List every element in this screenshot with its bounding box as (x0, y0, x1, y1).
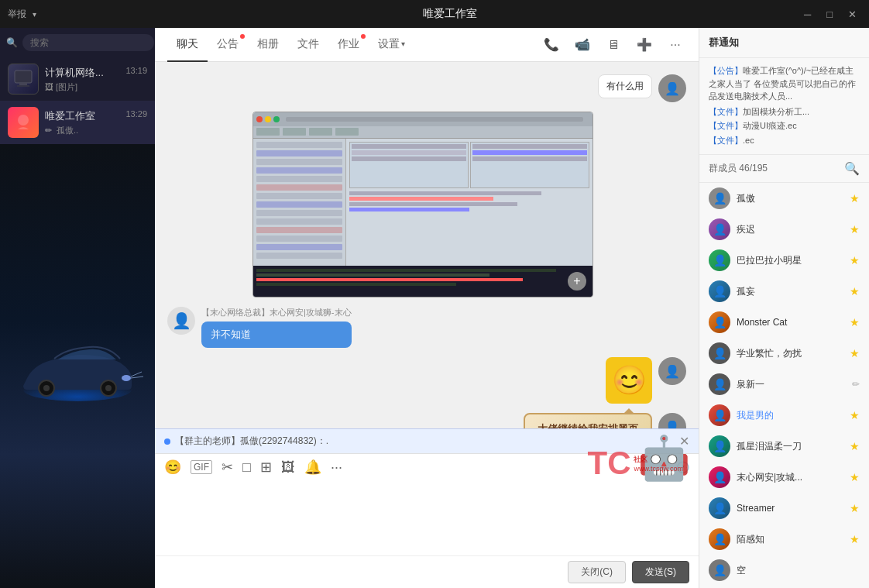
minimize-button[interactable]: ─ (799, 7, 816, 22)
member-star: ★ (850, 502, 860, 514)
member-avatar: 👤 (709, 342, 730, 364)
file-link-1[interactable]: 【文件】 (709, 107, 743, 116)
member-item[interactable]: 👤 巴拉巴拉小明星 ★ (699, 245, 869, 276)
member-item[interactable]: 👤 我是男的 ★ (699, 400, 869, 431)
video-icon[interactable]: 📹 (572, 34, 593, 56)
member-star: ★ (850, 192, 860, 205)
member-avatar: 👤 (709, 559, 730, 581)
member-avatar: 👤 (709, 435, 730, 457)
tc-url: www.tcsqw.com (634, 465, 683, 473)
tab-settings[interactable]: 设置 ▾ (369, 28, 414, 62)
member-item[interactable]: 👤 泉新一 ✏ (699, 369, 869, 400)
member-item[interactable]: 👤 孤星泪温柔一刀 ★ (699, 431, 869, 462)
member-item[interactable]: 👤 疾迟 ★ (699, 214, 869, 245)
message-bubble: 并不知道 (201, 322, 352, 348)
maximize-button[interactable]: □ (822, 7, 837, 22)
member-name: 巴拉巴拉小明星 (737, 254, 843, 267)
svg-line-6 (131, 372, 142, 377)
tab-notice[interactable]: 公告 (208, 28, 248, 62)
tab-chat[interactable]: 聊天 (167, 28, 208, 62)
svg-rect-0 (15, 70, 32, 83)
phone-icon[interactable]: 📞 (541, 34, 562, 56)
messages-area: 有什么用 👤 (155, 62, 699, 428)
background-image (0, 144, 155, 588)
close-button[interactable]: ✕ (843, 7, 861, 22)
svg-rect-1 (19, 83, 27, 85)
bell-icon[interactable]: 🔔 (304, 459, 321, 476)
member-name: 我是男的 (737, 409, 843, 422)
member-name: 孤妄 (737, 285, 843, 298)
chat-item[interactable]: 计算机网络... 13:19 🖼 [图片] (0, 57, 155, 101)
add-member-icon[interactable]: ➕ (634, 34, 655, 56)
members-count: 群成员 46/195 (709, 162, 768, 175)
member-avatar: 👤 (709, 280, 730, 302)
screen-share-icon[interactable]: 🖥 (603, 34, 624, 56)
grid-icon[interactable]: ⊞ (260, 459, 272, 476)
svg-rect-2 (17, 85, 29, 87)
member-item[interactable]: 👤 孤妄 ★ (699, 276, 869, 307)
group-notice-header: 群通知 (699, 28, 869, 58)
member-star: ★ (850, 471, 860, 483)
notice-badge (240, 34, 245, 39)
member-name: 孤星泪温柔一刀 (737, 440, 843, 453)
search-input[interactable] (22, 34, 154, 51)
member-list: 👤 孤傲 ★ 👤 疾迟 ★ 👤 巴拉巴拉小明星 ★ 👤 孤妄 ★ 👤 (699, 183, 869, 586)
tab-album[interactable]: 相册 (248, 28, 288, 62)
chat-input[interactable] (164, 487, 689, 521)
clipboard-icon[interactable]: □ (242, 459, 251, 476)
more-icon[interactable]: ··· (665, 34, 686, 56)
avatar: 👤 (658, 413, 686, 428)
notify-text: 【群主的老师】孤傲(2292744832)：. (175, 435, 328, 448)
add-image-button[interactable]: + (568, 272, 586, 291)
member-star: ★ (850, 254, 860, 266)
member-avatar: 👤 (709, 187, 730, 209)
chat-info: 计算机网络... 13:19 🖼 [图片] (45, 66, 147, 93)
send-button[interactable]: 发送(S) (632, 561, 689, 583)
file-link-3[interactable]: 【文件】 (709, 136, 743, 145)
image-icon[interactable]: 🖼 (281, 459, 295, 476)
chat-info: 唯爱工作室 13:29 ✏ 孤傲.. (45, 109, 147, 136)
more-toolbar-icon[interactable]: ··· (331, 459, 342, 476)
member-name: 末心网安|攻城... (737, 471, 843, 484)
file-link-2[interactable]: 【文件】 (709, 121, 743, 130)
member-avatar: 👤 (709, 497, 730, 519)
member-item-streamer[interactable]: 👤 Streamer ★ (699, 493, 869, 524)
member-avatar: 👤 (709, 404, 730, 426)
member-avatar: 👤 (709, 218, 730, 240)
member-star: ★ (850, 409, 860, 421)
member-star: ★ (850, 285, 860, 297)
member-name: Streamer (737, 503, 843, 514)
member-item[interactable]: 👤 空 (699, 555, 869, 586)
member-item[interactable]: 👤 陌感知 ★ (699, 524, 869, 555)
styled-bubble: 大佬继续给我安排黑页 (524, 413, 652, 428)
chevron-down-icon[interactable]: ▾ (33, 10, 36, 19)
edit-icon[interactable]: ✏ (852, 379, 860, 390)
members-search-button[interactable]: 🔍 (844, 161, 860, 176)
tab-files[interactable]: 文件 (288, 28, 328, 62)
group-notice: 【公告】唯爱工作室(^o^)/~已经在咸主之家人当了 各位赞成员可以把自己的作品… (699, 58, 869, 155)
gif-button[interactable]: GIF (191, 460, 212, 474)
search-bar: 🔍 + (0, 28, 155, 57)
title-bar: 举报 ▾ 唯爱工作室 ─ □ ✕ (0, 0, 869, 28)
member-name: 陌感知 (737, 533, 843, 546)
screenshot-message: + (167, 112, 686, 297)
scissors-icon[interactable]: ✂ (222, 459, 233, 476)
member-name: Monster Cat (737, 317, 843, 328)
member-star: ★ (850, 533, 860, 545)
member-item[interactable]: 👤 孤傲 ★ (699, 183, 869, 214)
tab-right-icons: 📞 📹 🖥 ➕ ··· (541, 34, 686, 56)
member-item-monster-cat[interactable]: 👤 Monster Cat ★ (699, 307, 869, 338)
member-name: 空 (737, 564, 860, 577)
emoji-button[interactable]: 😊 (164, 459, 181, 476)
member-item[interactable]: 👤 学业繁忙，勿扰 ★ (699, 338, 869, 369)
notice-link[interactable]: 【公告】 (709, 66, 743, 75)
svg-point-5 (122, 375, 131, 381)
report-label[interactable]: 举报 (8, 8, 26, 21)
close-chat-button[interactable]: 关闭(C) (568, 561, 626, 583)
yousha-message: 有什么用 👤 (167, 74, 686, 102)
member-item[interactable]: 👤 末心网安|攻城... ★ (699, 462, 869, 493)
tab-homework[interactable]: 作业 (328, 28, 369, 62)
screenshot-image[interactable]: + (252, 112, 593, 297)
chat-item-active[interactable]: 唯爱工作室 13:29 ✏ 孤傲.. (0, 101, 155, 144)
tc-site-info: 社区 www.tcsqw.com (634, 455, 683, 473)
